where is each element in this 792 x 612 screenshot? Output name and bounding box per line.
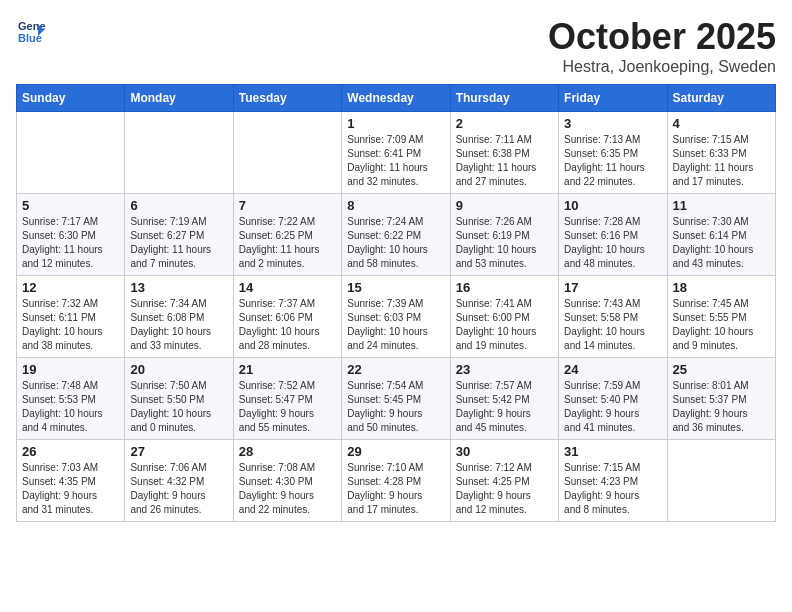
day-info: Sunrise: 7:45 AMSunset: 5:55 PMDaylight:… xyxy=(673,297,770,353)
day-number: 7 xyxy=(239,198,336,213)
day-number: 14 xyxy=(239,280,336,295)
day-info: Sunrise: 7:08 AMSunset: 4:30 PMDaylight:… xyxy=(239,461,336,517)
day-number: 16 xyxy=(456,280,553,295)
calendar-cell: 6Sunrise: 7:19 AMSunset: 6:27 PMDaylight… xyxy=(125,194,233,276)
day-info: Sunrise: 7:30 AMSunset: 6:14 PMDaylight:… xyxy=(673,215,770,271)
calendar-cell: 29Sunrise: 7:10 AMSunset: 4:28 PMDayligh… xyxy=(342,440,450,522)
day-number: 30 xyxy=(456,444,553,459)
day-info: Sunrise: 7:32 AMSunset: 6:11 PMDaylight:… xyxy=(22,297,119,353)
day-info: Sunrise: 7:06 AMSunset: 4:32 PMDaylight:… xyxy=(130,461,227,517)
day-info: Sunrise: 7:54 AMSunset: 5:45 PMDaylight:… xyxy=(347,379,444,435)
calendar-cell: 3Sunrise: 7:13 AMSunset: 6:35 PMDaylight… xyxy=(559,112,667,194)
day-info: Sunrise: 7:22 AMSunset: 6:25 PMDaylight:… xyxy=(239,215,336,271)
day-number: 5 xyxy=(22,198,119,213)
day-number: 17 xyxy=(564,280,661,295)
calendar-cell xyxy=(125,112,233,194)
calendar-cell: 28Sunrise: 7:08 AMSunset: 4:30 PMDayligh… xyxy=(233,440,341,522)
day-number: 13 xyxy=(130,280,227,295)
day-info: Sunrise: 7:28 AMSunset: 6:16 PMDaylight:… xyxy=(564,215,661,271)
day-number: 22 xyxy=(347,362,444,377)
location: Hestra, Joenkoeping, Sweden xyxy=(548,58,776,76)
day-number: 24 xyxy=(564,362,661,377)
calendar-week-0: 1Sunrise: 7:09 AMSunset: 6:41 PMDaylight… xyxy=(17,112,776,194)
day-info: Sunrise: 7:34 AMSunset: 6:08 PMDaylight:… xyxy=(130,297,227,353)
calendar-cell: 18Sunrise: 7:45 AMSunset: 5:55 PMDayligh… xyxy=(667,276,775,358)
calendar-cell: 8Sunrise: 7:24 AMSunset: 6:22 PMDaylight… xyxy=(342,194,450,276)
day-number: 19 xyxy=(22,362,119,377)
weekday-friday: Friday xyxy=(559,85,667,112)
calendar-cell xyxy=(17,112,125,194)
calendar-cell: 27Sunrise: 7:06 AMSunset: 4:32 PMDayligh… xyxy=(125,440,233,522)
weekday-saturday: Saturday xyxy=(667,85,775,112)
calendar-cell: 31Sunrise: 7:15 AMSunset: 4:23 PMDayligh… xyxy=(559,440,667,522)
day-info: Sunrise: 7:43 AMSunset: 5:58 PMDaylight:… xyxy=(564,297,661,353)
calendar-cell: 13Sunrise: 7:34 AMSunset: 6:08 PMDayligh… xyxy=(125,276,233,358)
day-info: Sunrise: 8:01 AMSunset: 5:37 PMDaylight:… xyxy=(673,379,770,435)
day-info: Sunrise: 7:24 AMSunset: 6:22 PMDaylight:… xyxy=(347,215,444,271)
weekday-wednesday: Wednesday xyxy=(342,85,450,112)
day-info: Sunrise: 7:15 AMSunset: 4:23 PMDaylight:… xyxy=(564,461,661,517)
day-info: Sunrise: 7:39 AMSunset: 6:03 PMDaylight:… xyxy=(347,297,444,353)
day-info: Sunrise: 7:13 AMSunset: 6:35 PMDaylight:… xyxy=(564,133,661,189)
day-number: 29 xyxy=(347,444,444,459)
page-header: General Blue October 2025 Hestra, Joenko… xyxy=(16,16,776,76)
weekday-header-row: SundayMondayTuesdayWednesdayThursdayFrid… xyxy=(17,85,776,112)
calendar-cell: 11Sunrise: 7:30 AMSunset: 6:14 PMDayligh… xyxy=(667,194,775,276)
calendar-cell: 16Sunrise: 7:41 AMSunset: 6:00 PMDayligh… xyxy=(450,276,558,358)
day-info: Sunrise: 7:57 AMSunset: 5:42 PMDaylight:… xyxy=(456,379,553,435)
calendar-cell: 24Sunrise: 7:59 AMSunset: 5:40 PMDayligh… xyxy=(559,358,667,440)
calendar-cell: 26Sunrise: 7:03 AMSunset: 4:35 PMDayligh… xyxy=(17,440,125,522)
calendar-cell: 14Sunrise: 7:37 AMSunset: 6:06 PMDayligh… xyxy=(233,276,341,358)
day-number: 8 xyxy=(347,198,444,213)
calendar-cell: 17Sunrise: 7:43 AMSunset: 5:58 PMDayligh… xyxy=(559,276,667,358)
calendar-table: SundayMondayTuesdayWednesdayThursdayFrid… xyxy=(16,84,776,522)
weekday-sunday: Sunday xyxy=(17,85,125,112)
day-info: Sunrise: 7:50 AMSunset: 5:50 PMDaylight:… xyxy=(130,379,227,435)
calendar-cell xyxy=(667,440,775,522)
weekday-tuesday: Tuesday xyxy=(233,85,341,112)
day-info: Sunrise: 7:03 AMSunset: 4:35 PMDaylight:… xyxy=(22,461,119,517)
day-info: Sunrise: 7:10 AMSunset: 4:28 PMDaylight:… xyxy=(347,461,444,517)
day-info: Sunrise: 7:09 AMSunset: 6:41 PMDaylight:… xyxy=(347,133,444,189)
day-number: 20 xyxy=(130,362,227,377)
day-number: 6 xyxy=(130,198,227,213)
day-number: 2 xyxy=(456,116,553,131)
calendar-week-3: 19Sunrise: 7:48 AMSunset: 5:53 PMDayligh… xyxy=(17,358,776,440)
logo-icon: General Blue xyxy=(16,16,46,46)
day-info: Sunrise: 7:15 AMSunset: 6:33 PMDaylight:… xyxy=(673,133,770,189)
day-info: Sunrise: 7:26 AMSunset: 6:19 PMDaylight:… xyxy=(456,215,553,271)
calendar-cell: 20Sunrise: 7:50 AMSunset: 5:50 PMDayligh… xyxy=(125,358,233,440)
day-number: 1 xyxy=(347,116,444,131)
day-number: 15 xyxy=(347,280,444,295)
day-info: Sunrise: 7:48 AMSunset: 5:53 PMDaylight:… xyxy=(22,379,119,435)
calendar-cell: 4Sunrise: 7:15 AMSunset: 6:33 PMDaylight… xyxy=(667,112,775,194)
calendar-cell: 2Sunrise: 7:11 AMSunset: 6:38 PMDaylight… xyxy=(450,112,558,194)
day-number: 26 xyxy=(22,444,119,459)
calendar-cell: 25Sunrise: 8:01 AMSunset: 5:37 PMDayligh… xyxy=(667,358,775,440)
calendar-cell: 9Sunrise: 7:26 AMSunset: 6:19 PMDaylight… xyxy=(450,194,558,276)
calendar-week-4: 26Sunrise: 7:03 AMSunset: 4:35 PMDayligh… xyxy=(17,440,776,522)
calendar-cell: 1Sunrise: 7:09 AMSunset: 6:41 PMDaylight… xyxy=(342,112,450,194)
day-number: 11 xyxy=(673,198,770,213)
day-number: 23 xyxy=(456,362,553,377)
logo: General Blue xyxy=(16,16,46,46)
day-info: Sunrise: 7:12 AMSunset: 4:25 PMDaylight:… xyxy=(456,461,553,517)
day-number: 12 xyxy=(22,280,119,295)
calendar-cell: 5Sunrise: 7:17 AMSunset: 6:30 PMDaylight… xyxy=(17,194,125,276)
day-info: Sunrise: 7:11 AMSunset: 6:38 PMDaylight:… xyxy=(456,133,553,189)
weekday-thursday: Thursday xyxy=(450,85,558,112)
title-area: October 2025 Hestra, Joenkoeping, Sweden xyxy=(548,16,776,76)
day-number: 10 xyxy=(564,198,661,213)
day-number: 25 xyxy=(673,362,770,377)
calendar-week-2: 12Sunrise: 7:32 AMSunset: 6:11 PMDayligh… xyxy=(17,276,776,358)
calendar-cell: 7Sunrise: 7:22 AMSunset: 6:25 PMDaylight… xyxy=(233,194,341,276)
calendar-cell: 30Sunrise: 7:12 AMSunset: 4:25 PMDayligh… xyxy=(450,440,558,522)
day-info: Sunrise: 7:37 AMSunset: 6:06 PMDaylight:… xyxy=(239,297,336,353)
calendar-cell: 12Sunrise: 7:32 AMSunset: 6:11 PMDayligh… xyxy=(17,276,125,358)
calendar-cell: 15Sunrise: 7:39 AMSunset: 6:03 PMDayligh… xyxy=(342,276,450,358)
month-title: October 2025 xyxy=(548,16,776,58)
day-info: Sunrise: 7:19 AMSunset: 6:27 PMDaylight:… xyxy=(130,215,227,271)
calendar-cell: 21Sunrise: 7:52 AMSunset: 5:47 PMDayligh… xyxy=(233,358,341,440)
calendar-week-1: 5Sunrise: 7:17 AMSunset: 6:30 PMDaylight… xyxy=(17,194,776,276)
day-number: 9 xyxy=(456,198,553,213)
